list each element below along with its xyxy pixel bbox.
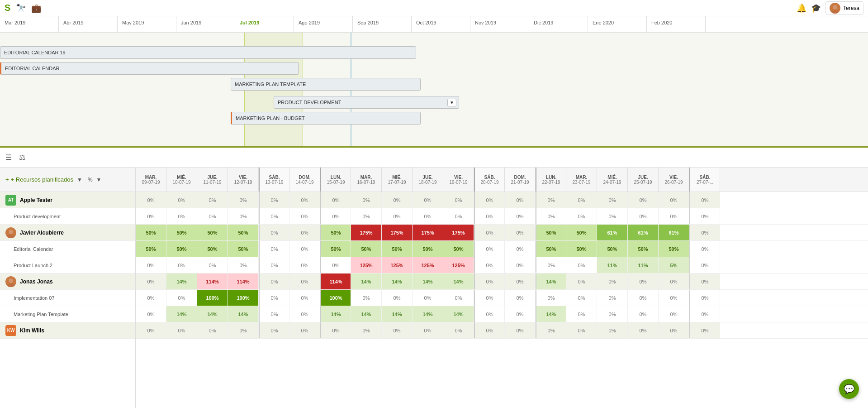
task-label: Editorial Calendar xyxy=(14,246,53,252)
task-row-product-launch[interactable]: Product Launch 2 xyxy=(0,257,135,274)
cell: 0% xyxy=(166,322,197,338)
cell: 14% xyxy=(166,306,197,322)
cell: 0% xyxy=(382,208,413,224)
bar-marketing[interactable]: MARKETING PLAN TEMPLATE xyxy=(231,78,421,91)
user-area[interactable]: Teresa xyxy=(825,1,863,15)
svg-point-1 xyxy=(831,10,839,14)
cell: 0% xyxy=(197,322,228,338)
grid-row-kim: 0% 0% 0% 0% 0% 0% 0% 0% 0% 0% 0% 0% 0% 0… xyxy=(136,322,868,339)
task-label: Product Launch 2 xyxy=(14,263,52,268)
bar-editorial19[interactable]: EDITORIAL CALENDAR 19 xyxy=(0,46,416,59)
bell-icon[interactable]: 🔔 xyxy=(797,3,806,13)
bar-product[interactable]: PRODUCT DEVELOPMENT ▼ xyxy=(274,96,459,109)
add-resources-button[interactable]: + + Recursos planificados xyxy=(5,176,73,183)
list-icon[interactable]: ☰ xyxy=(5,153,12,162)
month-may: May 2019 xyxy=(118,16,176,32)
month-ene: Ene 2020 xyxy=(588,16,647,32)
nav-left: S 🔭 💼 xyxy=(5,3,41,13)
cell: 0% xyxy=(289,192,320,208)
bar-label: MARKETING PLAN - BUDGET xyxy=(236,115,305,121)
cell: 0% xyxy=(566,192,597,208)
cell: 0% xyxy=(259,208,289,224)
cell: 14% xyxy=(536,274,566,289)
col-dom21: DOM.21-07-19 xyxy=(505,168,536,192)
cell: 0% xyxy=(474,192,505,208)
cell: 0% xyxy=(166,208,197,224)
cell: 0% xyxy=(413,208,443,224)
month-ago: Ago 2019 xyxy=(294,16,353,32)
briefcase-icon[interactable]: 💼 xyxy=(31,3,41,13)
cell: 0% xyxy=(289,322,320,338)
cell: 125% xyxy=(351,257,382,273)
cell: 61% xyxy=(628,225,659,240)
cell: 50% xyxy=(628,241,659,257)
cell: 0% xyxy=(320,208,351,224)
cell: 14% xyxy=(228,306,259,322)
person-row-apple-tester[interactable]: AT Apple Tester xyxy=(0,192,135,208)
graduation-icon[interactable]: 🎓 xyxy=(811,3,821,13)
cell: 0% xyxy=(536,290,566,306)
logo-icon[interactable]: S xyxy=(5,3,10,13)
cell: 175% xyxy=(351,225,382,240)
cell: 0% xyxy=(536,322,566,338)
grid-row-apple-tester: 0% 0% 0% 0% 0% 0% 0% 0% 0% 0% 0% 0% 0% 0… xyxy=(136,192,868,208)
cell: 0% xyxy=(136,192,166,208)
dropdown-icon[interactable]: ▼ xyxy=(77,177,82,183)
cell: 0% xyxy=(474,306,505,322)
cell: 0% xyxy=(289,208,320,224)
cell: 14% xyxy=(320,306,351,322)
task-row-mkt-template[interactable]: Marketing Plan Template xyxy=(0,306,135,322)
month-dic: Dic 2019 xyxy=(529,16,588,32)
cell: 0% xyxy=(628,208,659,224)
cell: 14% xyxy=(382,306,413,322)
cell: 0% xyxy=(628,306,659,322)
cell: 0% xyxy=(320,257,351,273)
cell: 0% xyxy=(443,290,474,306)
cell: 0% xyxy=(228,257,259,273)
task-row-editorial[interactable]: Editorial Calendar xyxy=(0,241,135,257)
grid-row-product-launch: 0% 0% 0% 0% 0% 0% 0% 125% 125% 125% 125%… xyxy=(136,257,868,274)
cell: 0% xyxy=(259,274,289,289)
task-row-product-dev[interactable]: Product development xyxy=(0,208,135,225)
month-feb: Feb 2020 xyxy=(647,16,706,32)
chat-button[interactable]: 💬 xyxy=(839,379,859,399)
cell: 0% xyxy=(597,322,628,338)
balance-icon[interactable]: ⚖ xyxy=(19,153,25,162)
col-jue25: JUE.25-07-19 xyxy=(628,168,659,192)
grid-body: 0% 0% 0% 0% 0% 0% 0% 0% 0% 0% 0% 0% 0% 0… xyxy=(136,192,868,339)
cell: 0% xyxy=(443,322,474,338)
binoculars-icon[interactable]: 🔭 xyxy=(16,3,26,13)
cell: 114% xyxy=(197,274,228,289)
cell: 50% xyxy=(566,225,597,240)
percent-label: % xyxy=(88,177,93,183)
cell: 0% xyxy=(689,306,720,322)
cell: 0% xyxy=(659,290,689,306)
col-mar23: MAR.23-07-19 xyxy=(566,168,597,192)
cell: 50% xyxy=(136,241,166,257)
percent-dropdown-icon[interactable]: ▼ xyxy=(96,177,102,183)
cell: 50% xyxy=(351,241,382,257)
person-row-kim[interactable]: KW Kim Wilis xyxy=(0,322,135,339)
col-sab13: SÁB.13-07-19 xyxy=(259,168,289,192)
cell: 14% xyxy=(197,306,228,322)
bar-editorial[interactable]: EDITORIAL CALENDAR xyxy=(0,62,299,75)
bar-dropdown[interactable]: ▼ xyxy=(447,99,456,106)
task-row-impl07[interactable]: Implementation 07 xyxy=(0,290,135,306)
gantt-header: Mar 2019 Abr 2019 May 2019 Jun 2019 Jul … xyxy=(0,16,868,33)
bar-label: EDITORIAL CALENDAR 19 xyxy=(4,50,66,55)
col-sab20: SÁB.20-07-19 xyxy=(474,168,505,192)
person-row-javier[interactable]: Javier Alcubierre xyxy=(0,225,135,241)
person-row-jonas[interactable]: Jonas Jonas xyxy=(0,274,135,290)
cell: 0% xyxy=(413,192,443,208)
nav-right: 🔔 🎓 Teresa xyxy=(797,1,863,15)
cell: 0% xyxy=(382,322,413,338)
col-vie19: VIE.19-07-19 xyxy=(443,168,474,192)
cell: 50% xyxy=(597,241,628,257)
cell: 0% xyxy=(689,241,720,257)
grid-row-javier: 50% 50% 50% 50% 0% 0% 50% 175% 175% 175%… xyxy=(136,225,868,241)
photo-jonas xyxy=(5,276,16,287)
cell: 14% xyxy=(413,274,443,289)
cell: 0% xyxy=(259,290,289,306)
cell: 0% xyxy=(505,290,536,306)
bar-budget[interactable]: MARKETING PLAN - BUDGET xyxy=(231,112,421,125)
